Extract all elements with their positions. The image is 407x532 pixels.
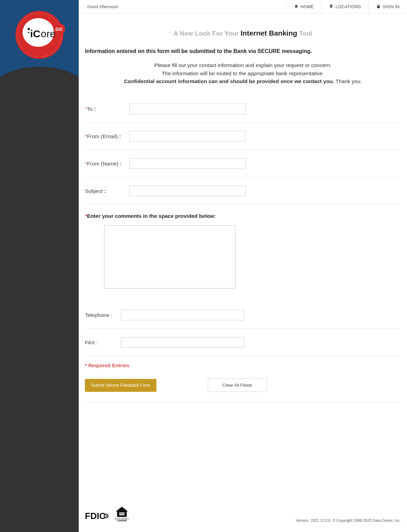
nav-signin[interactable]: SIGN IN	[368, 0, 407, 13]
nav-locations-label: LOCATIONS	[335, 4, 361, 9]
label-comments: *Enter your comments in the space provid…	[85, 213, 401, 219]
map-pin-icon	[329, 4, 333, 10]
brand-logo: iC ore GO	[0, 0, 79, 60]
secure-notice: Information entered on this form will be…	[85, 48, 401, 55]
row-to: *To :	[85, 95, 401, 123]
instructions-line1: Please fill out your contact information…	[154, 62, 332, 68]
input-to[interactable]	[129, 104, 246, 114]
row-from-name: *From (Name) :	[85, 150, 401, 177]
instructions: Please fill out your contact information…	[85, 61, 401, 85]
svg-text:iC: iC	[30, 28, 40, 39]
sidebar-header: iC ore GO	[0, 0, 79, 80]
row-telephone: Telephone :	[85, 302, 401, 329]
svg-point-8	[28, 32, 29, 33]
nav-locations[interactable]: LOCATIONS	[321, 0, 368, 13]
svg-point-7	[28, 28, 30, 30]
input-telephone[interactable]	[121, 310, 244, 320]
greeting-text: Good Afternoon	[79, 0, 286, 13]
svg-text:ore: ore	[41, 28, 55, 39]
input-from-email[interactable]	[129, 131, 246, 142]
lock-icon	[376, 4, 381, 10]
home-icon	[294, 4, 298, 10]
footer: FDIC EQUAL HOUSING LENDER	[79, 499, 407, 532]
svg-text:LENDER: LENDER	[117, 519, 127, 522]
label-subject: Subject :	[85, 188, 123, 194]
clear-button[interactable]: Clear All Fields	[208, 378, 267, 392]
svg-rect-13	[119, 513, 125, 514]
input-comments[interactable]	[104, 225, 236, 289]
label-fax: FAX :	[85, 340, 114, 346]
hero-heading: A New Look For Your Internet Banking Too…	[79, 14, 407, 48]
row-from-email: *From (Email) :	[85, 123, 401, 150]
hero-emph: Internet Banking	[241, 29, 297, 37]
button-row: Submit Secure Feedback Form Clear All Fi…	[85, 378, 401, 402]
main-content: Good Afternoon HOME LOCATIONS SIGN IN	[79, 0, 407, 532]
row-comments: *Enter your comments in the space provid…	[85, 205, 401, 291]
svg-text:FDIC: FDIC	[85, 511, 106, 521]
required-entries-note: * Required Entries	[85, 356, 401, 378]
svg-point-12	[105, 515, 107, 517]
input-from-name[interactable]	[129, 158, 246, 169]
nav-home-label: HOME	[301, 4, 314, 9]
sidebar: iC ore GO	[0, 0, 79, 532]
equal-housing-lender-badge: EQUAL HOUSING LENDER	[114, 506, 129, 522]
row-subject: Subject :	[85, 177, 401, 205]
instructions-line2: The information will be routed to the ap…	[162, 70, 324, 76]
label-telephone: Telephone :	[85, 312, 114, 318]
nav-signin-label: SIGN IN	[383, 4, 399, 9]
hero-lead: A New Look For Your	[174, 30, 241, 37]
submit-button[interactable]: Submit Secure Feedback Form	[85, 379, 156, 392]
topbar: Good Afternoon HOME LOCATIONS SIGN IN	[79, 0, 407, 14]
svg-rect-14	[119, 514, 125, 515]
input-fax[interactable]	[121, 337, 244, 348]
footer-version: Version: 2021.12.3.0, © Copyright 1999-2…	[296, 518, 401, 522]
instructions-bold: Confidential account information can and…	[124, 78, 334, 84]
label-from-email: *From (Email) :	[85, 133, 123, 139]
label-from-name: *From (Name) :	[85, 161, 123, 167]
label-to: *To :	[85, 106, 123, 112]
input-subject[interactable]	[129, 186, 246, 196]
row-fax: FAX :	[85, 329, 401, 356]
svg-text:GO: GO	[55, 27, 62, 32]
fdic-badge: FDIC	[85, 510, 110, 522]
hero-trail: Tool	[297, 30, 312, 37]
instructions-thanks: Thank you.	[334, 78, 362, 84]
nav-home[interactable]: HOME	[286, 0, 321, 13]
